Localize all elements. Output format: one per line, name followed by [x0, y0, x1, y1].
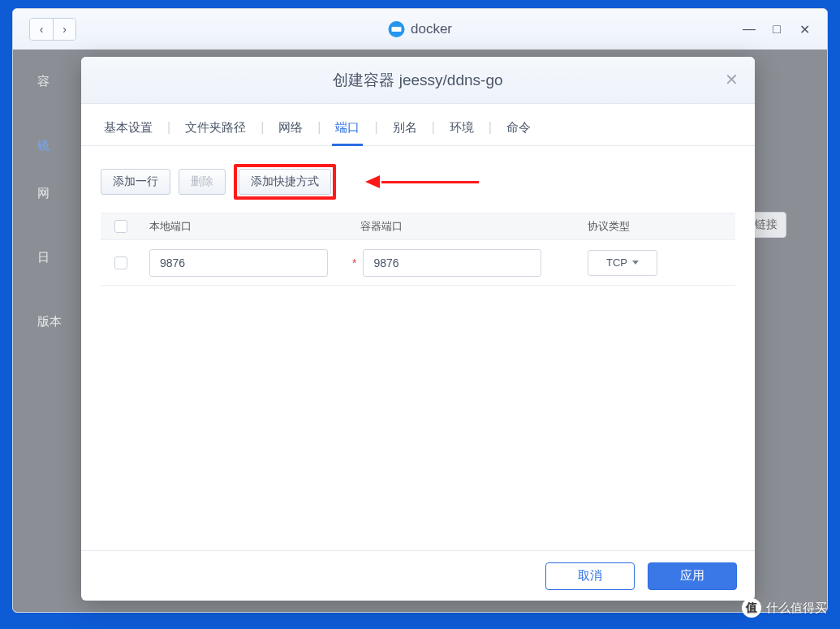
watermark: 值 什么值得买 — [742, 598, 827, 618]
app-title-text: docker — [411, 21, 452, 37]
window-close-button[interactable]: ✕ — [798, 23, 811, 36]
window-controls: — □ ✕ — [743, 23, 811, 36]
modal-footer: 取消 应用 — [81, 550, 755, 601]
watermark-badge: 值 — [742, 598, 761, 618]
watermark-text: 什么值得买 — [766, 601, 827, 616]
tab-folder-path[interactable]: 文件夹路径 — [182, 115, 249, 145]
maximize-button[interactable]: □ — [770, 23, 783, 36]
toolbar: 添加一行 删除 添加快捷方式 — [81, 146, 755, 213]
row-checkbox[interactable] — [114, 256, 127, 269]
highlight-annotation: 添加快捷方式 — [234, 164, 336, 200]
tab-command[interactable]: 命令 — [503, 115, 534, 145]
tab-port[interactable]: 端口 — [332, 115, 363, 145]
tab-alias[interactable]: 别名 — [390, 115, 420, 145]
container-port-input[interactable] — [363, 249, 541, 277]
delete-button[interactable]: 删除 — [179, 169, 226, 195]
chevron-down-icon — [632, 261, 639, 265]
create-container-modal: 创建容器 jeessy/ddns-go ✕ 基本设置| 文件夹路径| 网络| 端… — [81, 57, 755, 601]
modal-title: 创建容器 jeessy/ddns-go — [333, 70, 502, 91]
nav-forward-button[interactable]: › — [53, 19, 75, 40]
col-container-port: 容器端口 — [352, 219, 579, 234]
nav-back-button[interactable]: ‹ — [30, 19, 53, 40]
nav-arrows: ‹ › — [29, 18, 76, 41]
local-port-input[interactable] — [149, 249, 328, 277]
cancel-button[interactable]: 取消 — [545, 562, 635, 590]
apply-button[interactable]: 应用 — [648, 562, 737, 590]
minimize-button[interactable]: — — [743, 23, 756, 36]
arrow-annotation — [365, 175, 479, 188]
select-all-checkbox[interactable] — [114, 220, 127, 233]
protocol-select[interactable]: TCP — [588, 250, 657, 276]
col-local-port: 本地端口 — [141, 219, 352, 234]
modal-close-button[interactable]: ✕ — [722, 71, 740, 89]
titlebar: ‹ › docker — □ ✕ — [13, 9, 827, 50]
modal-header: 创建容器 jeessy/ddns-go ✕ — [81, 57, 755, 104]
add-shortcut-button[interactable]: 添加快捷方式 — [239, 169, 331, 195]
modal-tabs: 基本设置| 文件夹路径| 网络| 端口| 别名| 环境| 命令 — [81, 104, 755, 146]
protocol-value: TCP — [606, 256, 627, 269]
port-table: 本地端口 容器端口 协议类型 * TCP — [101, 213, 735, 286]
table-row: * TCP — [101, 240, 735, 286]
add-row-button[interactable]: 添加一行 — [101, 169, 170, 195]
table-header: 本地端口 容器端口 协议类型 — [101, 213, 735, 240]
tab-network[interactable]: 网络 — [275, 115, 306, 145]
required-star-icon: * — [352, 256, 356, 269]
window-title: docker — [388, 21, 452, 37]
tab-environment[interactable]: 环境 — [446, 115, 477, 145]
docker-icon — [388, 21, 404, 37]
col-protocol: 协议类型 — [579, 219, 735, 234]
tab-basic-settings[interactable]: 基本设置 — [101, 115, 156, 145]
